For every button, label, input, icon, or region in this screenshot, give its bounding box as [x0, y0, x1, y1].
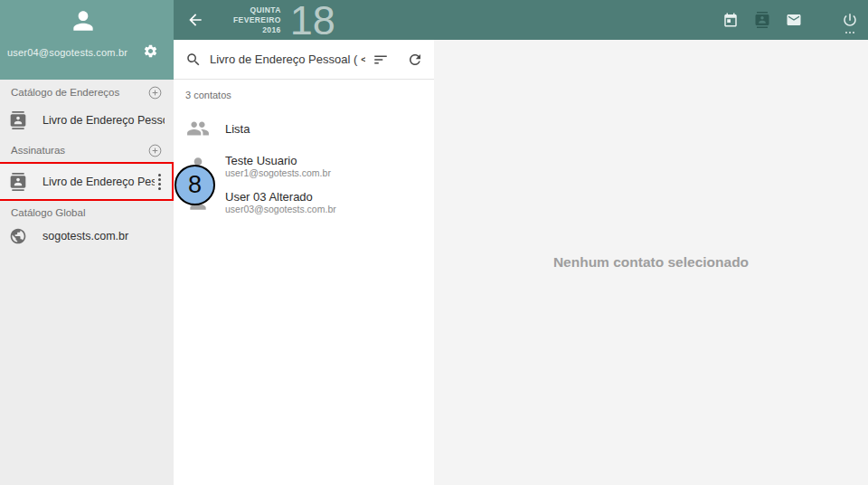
- contact-count: 3 contatos: [185, 90, 434, 100]
- section-address-books: Catálogo de Endereços: [0, 80, 174, 105]
- sidebar: user04@sogotests.com.br Catálogo de Ende…: [0, 0, 174, 485]
- top-header: QUINTA FEVEREIRO 2016 18: [174, 0, 868, 40]
- user-email: user04@sogotests.com.br: [7, 47, 127, 58]
- contact-email: user03@sogotests.com.br: [225, 204, 336, 214]
- add-subscription-button[interactable]: [147, 143, 163, 158]
- list-item-lista[interactable]: Lista: [174, 109, 434, 147]
- date-weekday: QUINTA: [233, 5, 281, 15]
- search-bar: Livro de Endereço Pessoal ( <user01...: [174, 40, 434, 80]
- app-switcher-icons: [707, 12, 868, 28]
- contact-name: User 03 Alterado: [225, 190, 336, 204]
- contact-list: Lista Teste Usuario user1@sogotests.com.…: [174, 109, 434, 220]
- sidebar-item-label: Livro de Endereço Pessoal: [42, 114, 165, 127]
- sidebar-user-header: user04@sogotests.com.br: [0, 0, 174, 80]
- sidebar-item-personal-address-book[interactable]: Livro de Endereço Pessoal: [0, 105, 174, 136]
- mail-icon[interactable]: [786, 12, 802, 28]
- logout-power-icon[interactable]: [842, 12, 858, 28]
- contact-name: Teste Usuario: [225, 154, 331, 167]
- date-month: FEVEREIRO: [233, 15, 281, 25]
- contact-list-column: Livro de Endereço Pessoal ( <user01... 3…: [174, 40, 434, 485]
- add-address-book-button[interactable]: [147, 85, 163, 100]
- search-icon: [185, 52, 202, 68]
- annotation-highlight-box: [0, 162, 174, 201]
- date-block: QUINTA FEVEREIRO 2016: [233, 5, 281, 35]
- sidebar-item-global-domain[interactable]: sogotests.com.br: [0, 223, 174, 250]
- detail-panel: Nenhum contato selecionado: [434, 40, 868, 485]
- section-title: Assinaturas: [11, 145, 147, 156]
- sogo-contacts-app: user04@sogotests.com.br Catálogo de Ende…: [0, 0, 868, 485]
- date-day-number: 18: [290, 3, 335, 39]
- section-title: Catálogo de Endereços: [11, 87, 147, 98]
- sidebar-item-label: sogotests.com.br: [42, 230, 165, 242]
- calendar-icon[interactable]: [722, 12, 739, 28]
- contacts-icon[interactable]: [754, 12, 770, 28]
- section-global-catalog: Catálogo Global: [0, 201, 174, 224]
- contact-name: Lista: [225, 122, 250, 136]
- sort-icon[interactable]: [373, 52, 389, 68]
- section-title: Catálogo Global: [11, 207, 163, 218]
- refresh-icon[interactable]: [407, 52, 423, 68]
- annotation-number-badge: 8: [175, 165, 215, 205]
- group-icon: [186, 117, 210, 140]
- empty-selection-message: Nenhum contato selecionado: [553, 254, 749, 271]
- section-subscriptions: Assinaturas: [0, 138, 174, 163]
- settings-gear-icon[interactable]: [143, 43, 158, 59]
- search-input[interactable]: Livro de Endereço Pessoal ( <user01...: [210, 52, 365, 66]
- user-avatar-icon: [69, 6, 98, 35]
- contact-email: user1@sogotests.com.br: [225, 167, 331, 178]
- address-book-icon: [9, 111, 27, 129]
- globe-icon: [9, 227, 27, 245]
- date-year: 2016: [233, 25, 281, 35]
- back-arrow-icon[interactable]: [186, 11, 204, 29]
- power-dots: [845, 32, 854, 33]
